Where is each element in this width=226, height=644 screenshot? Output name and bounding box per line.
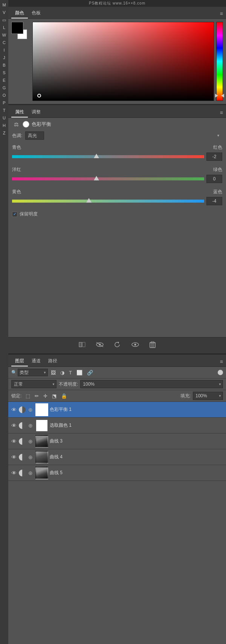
- layer-visibility-1[interactable]: 👁: [11, 407, 17, 413]
- layer-row-selective-color[interactable]: 👁 ⊕ 选取颜色 1: [8, 418, 226, 433]
- green-label: 绿色: [213, 166, 222, 173]
- properties-tab-properties[interactable]: 属性: [11, 107, 28, 118]
- color-picker-area[interactable]: [32, 22, 214, 101]
- yellow-blue-value[interactable]: -4: [206, 197, 222, 205]
- tool-gradient[interactable]: G: [1, 84, 8, 91]
- color-panel-tabs: 颜色 色板 ≡: [8, 7, 226, 19]
- yellow-blue-thumb[interactable]: [86, 198, 92, 203]
- layer-visibility-3[interactable]: 👁: [11, 438, 17, 444]
- lock-label: 锁定:: [11, 393, 21, 399]
- tool-marquee[interactable]: ▭: [1, 17, 8, 23]
- layers-tab-paths[interactable]: 路径: [44, 356, 61, 366]
- foreground-color-swatch[interactable]: [11, 22, 23, 34]
- tool-clone[interactable]: S: [1, 69, 8, 76]
- properties-panel-tabs: 属性 调整 ≡: [8, 106, 226, 118]
- magenta-green-track: [12, 177, 204, 180]
- layer-row-curves5[interactable]: 👁 ⊕ 曲线 5: [8, 465, 226, 481]
- layers-tab-layers[interactable]: 图层: [11, 356, 28, 366]
- yellow-label: 黄色: [12, 189, 21, 195]
- cyan-red-slider-container[interactable]: [12, 151, 204, 162]
- toolbar-mask-btn[interactable]: [77, 341, 87, 350]
- layer-thumb-5[interactable]: [35, 467, 48, 479]
- layer-thumb-2[interactable]: [35, 419, 48, 432]
- tool-lasso[interactable]: L: [1, 24, 8, 31]
- balance-icon: ⚖: [12, 121, 20, 128]
- blue-label: 蓝色: [213, 189, 222, 195]
- magenta-green-labels: 洋红 绿色: [12, 166, 222, 173]
- tool-zoom[interactable]: Z: [1, 130, 8, 136]
- layer-icon-image[interactable]: 🖼: [49, 369, 57, 376]
- layer-visibility-2[interactable]: 👁: [11, 423, 17, 429]
- magenta-green-slider-row: 洋红 绿色 0: [12, 166, 222, 184]
- cyan-red-value[interactable]: -2: [206, 153, 222, 161]
- watermark-bar: PS教程论坛 www.16××8.com: [8, 0, 226, 7]
- tool-brush[interactable]: B: [1, 62, 8, 69]
- layer-thumb-3[interactable]: [35, 435, 48, 448]
- toolbar-reset-btn[interactable]: [113, 341, 122, 350]
- tool-text[interactable]: T: [1, 107, 8, 114]
- magenta-green-slider-container[interactable]: [12, 174, 204, 184]
- tool-crop[interactable]: C: [1, 39, 8, 46]
- lock-artboard-icon[interactable]: ⬔: [51, 393, 58, 399]
- layers-panel-tabs: 图层 通道 路径 ≡: [8, 355, 226, 367]
- tool-hand[interactable]: H: [1, 122, 8, 129]
- layer-thumb-1[interactable]: [35, 403, 48, 416]
- color-panel-menu-icon[interactable]: ≡: [220, 11, 223, 17]
- tool-dodge[interactable]: O: [1, 92, 8, 99]
- properties-tab-adjust[interactable]: 调整: [28, 107, 44, 118]
- layer-visibility-4[interactable]: 👁: [11, 454, 17, 460]
- layer-icon-smart[interactable]: 🔗: [86, 369, 95, 376]
- lock-transparency-icon[interactable]: ⬚: [24, 393, 31, 399]
- tool-select[interactable]: V: [1, 9, 8, 16]
- layers-tab-channels[interactable]: 通道: [28, 356, 44, 366]
- layer-visibility-5[interactable]: 👁: [11, 470, 17, 476]
- layer-row-curves4[interactable]: 👁 ⊕ 曲线 4: [8, 449, 226, 465]
- lock-paint-icon[interactable]: ✏: [34, 393, 40, 399]
- toolbar-delete-btn[interactable]: [148, 340, 157, 350]
- layer-mask-icon-4: ⊕: [27, 454, 34, 461]
- opacity-value-wrapper: 100% 90% 80%: [80, 380, 223, 388]
- blend-mode-select-wrapper: 正常 溶解 变暗 正片叠底: [11, 380, 56, 388]
- lock-all-icon[interactable]: 🔒: [60, 393, 68, 399]
- toolbar-visibility-btn[interactable]: [95, 341, 105, 349]
- hue-slider[interactable]: [216, 22, 223, 101]
- lock-row: 锁定: ⬚ ✏ ✛ ⬔ 🔒 填充: 100% 90%: [8, 390, 226, 402]
- layer-thumb-4[interactable]: [35, 451, 48, 464]
- tool-heal[interactable]: J: [1, 54, 8, 61]
- lock-move-icon[interactable]: ✛: [42, 393, 49, 399]
- magenta-green-value[interactable]: 0: [206, 175, 222, 183]
- tool-move[interactable]: M: [1, 2, 8, 8]
- fill-select[interactable]: 100% 90%: [193, 392, 223, 400]
- cyan-red-slider-input-row: -2: [12, 151, 222, 162]
- magenta-green-thumb[interactable]: [94, 176, 99, 180]
- filter-type-select[interactable]: 类型: [18, 369, 48, 376]
- opacity-select[interactable]: 100% 90% 80%: [80, 380, 223, 388]
- preserve-luminosity-label: 保留明度: [20, 211, 38, 217]
- layer-mask-icon-1: ⊕: [27, 406, 34, 413]
- layer-icon-text[interactable]: T: [67, 369, 73, 376]
- tool-pen[interactable]: P: [1, 99, 8, 106]
- color-panel: 颜色 色板 ≡: [8, 7, 226, 104]
- layers-panel-menu-icon[interactable]: ≡: [220, 359, 223, 365]
- layer-icon-adjustment[interactable]: ◑: [59, 369, 66, 376]
- properties-panel-menu-icon[interactable]: ≡: [220, 110, 223, 116]
- toolbar-eye-btn[interactable]: [130, 341, 140, 349]
- layer-row-curves3[interactable]: 👁 ⊕ 曲线 3: [8, 433, 226, 449]
- color-tab-swatches[interactable]: 色板: [28, 8, 44, 18]
- tool-wand[interactable]: W: [1, 32, 8, 38]
- blend-mode-select[interactable]: 正常 溶解 变暗 正片叠底: [11, 380, 56, 388]
- tool-eyedropper[interactable]: I: [1, 47, 8, 53]
- color-picker-circle[interactable]: [37, 94, 41, 98]
- color-tab-color[interactable]: 颜色: [11, 8, 28, 18]
- preserve-luminosity-checkbox[interactable]: [12, 212, 17, 217]
- cyan-red-labels: 青色 红色: [12, 144, 222, 151]
- tone-select[interactable]: 阴影 中间调 高光: [25, 131, 44, 140]
- layers-toolbar: 🔍 类型 🖼 ◑ T ⬜ 🔗: [8, 367, 226, 378]
- layer-icon-shape[interactable]: ⬜: [75, 369, 84, 376]
- tool-eraser[interactable]: E: [1, 77, 8, 84]
- tool-shape[interactable]: U: [1, 114, 8, 121]
- yellow-blue-slider-container[interactable]: [12, 196, 204, 206]
- cyan-red-thumb[interactable]: [94, 154, 99, 158]
- layer-row-color-balance[interactable]: 👁 ⊕ 色彩平衡 1: [8, 402, 226, 418]
- color-picker-gradient[interactable]: [32, 22, 214, 101]
